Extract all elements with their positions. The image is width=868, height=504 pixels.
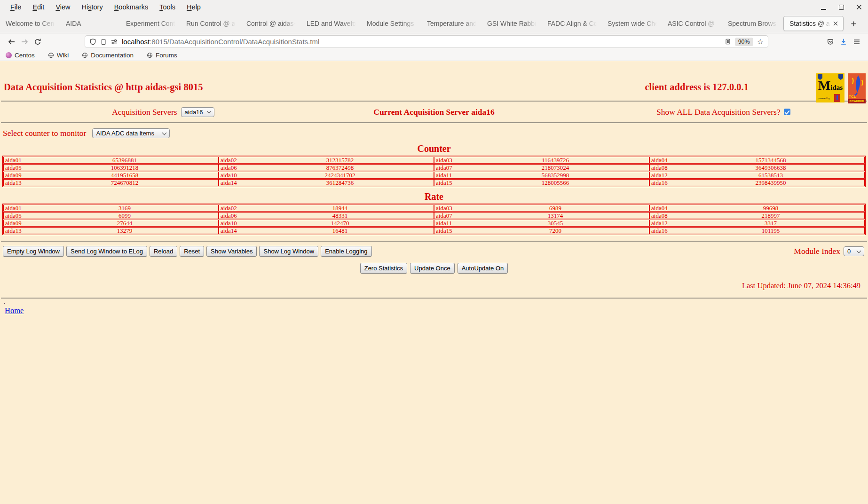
channel-value: 361284736 xyxy=(246,179,434,187)
tab-label: FADC Align & Co xyxy=(547,20,598,27)
counter-pair: aida0165396881 xyxy=(4,157,218,163)
bookmark-label: Documentation xyxy=(91,52,134,59)
tab-system-wide-che[interactable]: System wide Che xyxy=(602,14,662,33)
tab-temperature-and[interactable]: Temperature and xyxy=(421,14,481,33)
rate-pair: aida123317 xyxy=(649,220,864,226)
menu-help[interactable]: Help xyxy=(181,3,206,11)
close-tab-icon[interactable] xyxy=(832,20,839,27)
rate-pair: aida0648331 xyxy=(218,213,434,219)
bookmark-documentation[interactable]: Documentation xyxy=(82,52,134,59)
module-index-label: Module Index xyxy=(794,246,840,256)
send-log-window-to-elog-button[interactable]: Send Log Window to ELog xyxy=(66,246,147,257)
reload-button[interactable] xyxy=(31,35,44,48)
tab-fadc-align-co[interactable]: FADC Align & Co xyxy=(542,14,602,33)
tab-welcome-to-cen[interactable]: Welcome to Cen xyxy=(0,14,60,33)
bookmark-wiki[interactable]: Wiki xyxy=(48,52,69,59)
tcl-powered-logo[interactable]: TCL POWERED xyxy=(848,73,866,103)
rate-row: aida056099aida0648331aida0713174aida0821… xyxy=(3,212,865,219)
maximize-button[interactable] xyxy=(838,4,844,10)
zero-statistics-button[interactable]: Zero Statistics xyxy=(360,263,407,274)
zoom-level-badge[interactable]: 90% xyxy=(735,38,753,46)
empty-log-window-button[interactable]: Empty Log Window xyxy=(3,246,64,257)
module-index-select[interactable]: 0 xyxy=(844,246,864,256)
menu-edit[interactable]: Edit xyxy=(27,3,50,11)
channel-name: aida05 xyxy=(4,164,31,172)
downloads-button[interactable] xyxy=(837,35,850,48)
show-log-window-button[interactable]: Show Log Window xyxy=(259,246,318,257)
current-server-text: Current Acquisition Server aida16 xyxy=(289,107,578,117)
acquisition-server-select[interactable]: aida16 xyxy=(181,107,214,117)
tab-gsi-white-rabbit[interactable]: GSI White Rabbit xyxy=(481,14,542,33)
counter-selector-row: Select counter to monitor AIDA ADC data … xyxy=(0,123,868,139)
autoupdate-on-button[interactable]: AutoUpdate On xyxy=(458,263,508,274)
rate-table: aida013169aida0218944aida036989aida04996… xyxy=(2,204,866,235)
tab-statistics-ai[interactable]: Statistics @ ai xyxy=(783,16,844,31)
show-all-checkbox[interactable] xyxy=(784,109,790,115)
midas-powered-by-text: powered by xyxy=(818,97,830,100)
counter-row: aida05106391218aida06876372498aida072180… xyxy=(3,164,865,171)
channel-value: 13279 xyxy=(31,227,218,235)
acquisition-servers-label: Acquisition Servers xyxy=(112,107,177,117)
tab-asic-control-a[interactable]: ASIC Control @ a xyxy=(662,14,722,33)
reset-button[interactable]: Reset xyxy=(180,246,204,257)
rate-pair: aida10142470 xyxy=(218,220,434,226)
tab-experiment-cont[interactable]: Experiment Cont xyxy=(120,14,181,33)
tab-control-aidas[interactable]: Control @ aidas- xyxy=(241,14,301,33)
last-updated-text: Last Updated: June 07, 2024 14:36:49 xyxy=(0,274,868,291)
back-icon xyxy=(8,38,16,46)
counter-select[interactable]: AIDA ADC data items xyxy=(92,128,170,138)
tab-spectrum-brows[interactable]: Spectrum Brows xyxy=(722,14,782,33)
bookmark-label: Forums xyxy=(156,52,177,59)
select-counter-label: Select counter to monitor xyxy=(3,128,86,138)
tab-label: Module Settings xyxy=(367,20,418,27)
channel-name: aida12 xyxy=(650,220,677,227)
menu-button[interactable] xyxy=(850,35,863,48)
counter-pair: aida041571344568 xyxy=(649,157,864,163)
menu-file[interactable]: File xyxy=(5,3,27,11)
channel-value: 6989 xyxy=(462,205,649,212)
show-variables-button[interactable]: Show Variables xyxy=(206,246,257,257)
minimize-button[interactable] xyxy=(820,4,827,10)
close-button[interactable] xyxy=(856,4,862,10)
channel-value: 142470 xyxy=(246,220,434,227)
chevron-down-icon xyxy=(162,130,167,135)
channel-name: aida08 xyxy=(650,212,677,220)
tab-led-and-wavefo[interactable]: LED and Wavefo xyxy=(301,14,361,33)
bookmark-centos[interactable]: Centos xyxy=(6,52,35,59)
page-content: Midas powered by TCL POWERED Data Acquis… xyxy=(0,61,868,504)
tab-bar: Welcome to CenAIDAExperiment ContRun Con… xyxy=(0,14,868,33)
tab-run-control-a[interactable]: Run Control @ a xyxy=(181,14,241,33)
channel-value: 18944 xyxy=(246,205,434,212)
tab-aida[interactable]: AIDA xyxy=(60,14,120,33)
reader-mode-icon[interactable] xyxy=(725,38,731,45)
reload-button[interactable]: Reload xyxy=(150,246,177,257)
menu-tools[interactable]: Tools xyxy=(154,3,181,11)
tab-module-settings[interactable]: Module Settings xyxy=(361,14,421,33)
counter-pair: aida02312315782 xyxy=(218,157,434,163)
menu-history[interactable]: History xyxy=(76,3,109,11)
new-tab-button[interactable] xyxy=(846,14,860,33)
counter-pair: aida05106391218 xyxy=(4,165,218,171)
centos-icon xyxy=(6,52,12,58)
midas-logo[interactable]: Midas powered by xyxy=(816,73,844,102)
bookmark-star-icon[interactable]: ☆ xyxy=(757,37,764,46)
enable-logging-button[interactable]: Enable Logging xyxy=(321,246,371,257)
channel-name: aida15 xyxy=(434,227,462,235)
pocket-button[interactable] xyxy=(824,35,837,48)
home-link[interactable]: Home xyxy=(5,306,24,315)
channel-value: 6099 xyxy=(31,212,218,220)
back-button[interactable] xyxy=(5,35,18,48)
menu-bookmarks[interactable]: Bookmarks xyxy=(109,3,154,11)
update-once-button[interactable]: Update Once xyxy=(410,263,455,274)
channel-name: aida03 xyxy=(434,157,462,164)
forward-button[interactable] xyxy=(18,35,31,48)
menu-view[interactable]: View xyxy=(50,3,76,11)
channel-value: 116439726 xyxy=(462,157,649,164)
url-bar[interactable]: localhost:8015/DataAcquisitionControl/Da… xyxy=(85,35,768,48)
log-buttons-row: Empty Log WindowSend Log Window to ELogR… xyxy=(0,242,868,257)
counter-pair: aida09441951658 xyxy=(4,172,218,178)
globe-icon xyxy=(147,52,153,58)
bookmark-forums[interactable]: Forums xyxy=(147,52,177,59)
connection-settings-icon xyxy=(110,39,118,45)
channel-value: 16481 xyxy=(246,227,434,235)
